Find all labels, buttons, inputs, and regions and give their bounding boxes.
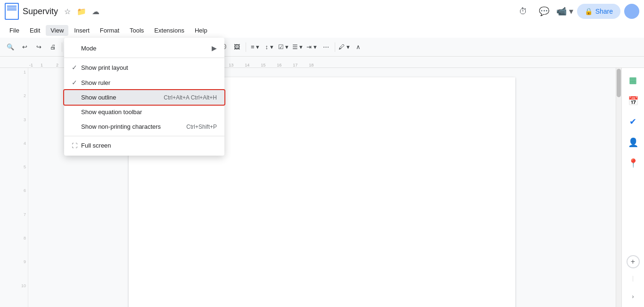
comment-button[interactable]: 💬 [536, 3, 553, 20]
gutter-num: 3 [24, 117, 28, 141]
menu-tools[interactable]: Tools [125, 25, 149, 36]
share-label: Share [595, 8, 613, 15]
ruler-mark: 2 [56, 63, 58, 67]
lock-icon: 🔒 [585, 8, 593, 15]
print-layout-check-icon: ✓ [72, 64, 81, 71]
menu-view[interactable]: View [46, 25, 68, 36]
undo-button[interactable]: ↩ [18, 41, 31, 54]
menu-item-show-print-layout[interactable]: ✓ Show print layout [64, 60, 224, 75]
sidebar-add-button[interactable]: + [627, 255, 640, 268]
ruler-mark: 17 [293, 63, 297, 67]
redo-button[interactable]: ↪ [32, 41, 45, 54]
toolbar-sep-1 [62, 42, 62, 52]
doc-icon [5, 3, 19, 20]
gutter-num: 1 [24, 70, 28, 93]
gutter-num: 6 [24, 188, 28, 212]
sidebar-sheets-icon[interactable]: ▦ [625, 72, 642, 89]
gutter-num: 10 [21, 283, 28, 307]
avatar[interactable] [624, 4, 639, 19]
sidebar-calendar-icon[interactable]: 📅 [625, 92, 642, 109]
list-button[interactable]: ☰ ▾ [291, 41, 304, 54]
gutter-num: 2 [24, 93, 28, 117]
gutter-num: 4 [24, 141, 28, 165]
right-sidebar: ▦ 📅 ✔ 👤 📍 + › [621, 68, 644, 307]
menu-item-show-ruler[interactable]: ✓ Show ruler [64, 75, 224, 90]
menu-edit[interactable]: Edit [25, 25, 45, 36]
print-layout-label: Show print layout [81, 64, 217, 71]
ruler-check-icon: ✓ [72, 79, 81, 86]
dropdown-separator-1 [64, 58, 224, 58]
top-bar: Supervity ☆ 📁 ☁ ⏱ 💬 📹 ▾ 🔒 Share [0, 0, 644, 23]
outline-label: Show outline [81, 94, 154, 101]
video-button[interactable]: 📹 ▾ [556, 3, 573, 20]
ruler-label: Show ruler [81, 79, 217, 86]
nonprint-label: Show non-printing characters [81, 123, 177, 130]
sidebar-maps-icon[interactable]: 📍 [625, 155, 642, 172]
ruler-mark: 15 [261, 63, 265, 67]
checklist-button[interactable]: ☑ ▾ [277, 41, 290, 54]
star-icon[interactable]: ☆ [62, 6, 73, 17]
ruler-mark: -1 [29, 63, 33, 67]
dropdown-separator-2 [64, 136, 224, 136]
menu-item-mode[interactable]: Mode ▶ [64, 41, 224, 56]
more-toolbar-button[interactable]: ⋯ [319, 41, 332, 54]
mode-label: Mode [81, 45, 212, 52]
ruler-mark: 14 [245, 63, 249, 67]
collapse-toolbar-button[interactable]: ∧ [352, 41, 365, 54]
ruler-mark: 16 [277, 63, 281, 67]
scrollbar[interactable] [616, 68, 621, 307]
toolbar-sep-5 [246, 42, 246, 52]
sidebar-tasks-icon[interactable]: ✔ [625, 113, 642, 130]
menu-extensions[interactable]: Extensions [149, 25, 189, 36]
app-title: Supervity [23, 7, 58, 17]
menu-bar: File Edit View Insert Format Tools Exten… [0, 23, 644, 38]
align-button[interactable]: ≡ ▾ [248, 41, 262, 54]
left-gutter: 1 2 3 4 5 6 7 8 9 10 [0, 68, 28, 307]
format-paintbrush-button[interactable]: 🖊 ▾ [338, 41, 351, 54]
folder-icon[interactable]: 📁 [76, 6, 87, 17]
view-dropdown-menu: Mode ▶ ✓ Show print layout ✓ Show ruler … [64, 38, 224, 156]
image-button[interactable]: 🖼 [230, 41, 243, 54]
fullscreen-label: Full screen [81, 142, 217, 149]
cloud-icon[interactable]: ☁ [90, 6, 101, 17]
menu-item-show-nonprinting[interactable]: Show non-printing characters Ctrl+Shift+… [64, 119, 224, 134]
nonprint-shortcut: Ctrl+Shift+P [177, 124, 217, 130]
top-actions: ⏱ 💬 📹 ▾ 🔒 Share [515, 3, 639, 20]
indent-button[interactable]: ⇥ ▾ [305, 41, 318, 54]
sidebar-collapse-icon[interactable]: › [625, 288, 642, 305]
menu-item-fullscreen[interactable]: ⛶ Full screen [64, 138, 224, 153]
ruler-mark: 13 [229, 63, 233, 67]
gutter-num: 7 [24, 212, 28, 236]
equation-label: Show equation toolbar [81, 108, 217, 116]
toolbar-sep-6 [335, 42, 335, 52]
title-icons: ☆ 📁 ☁ [62, 6, 101, 17]
ruler-mark: 1 [41, 63, 43, 67]
linespacing-button[interactable]: ↕ ▾ [263, 41, 276, 54]
menu-item-show-equation[interactable]: Show equation toolbar [64, 105, 224, 119]
outline-shortcut: Ctrl+Alt+A Ctrl+Alt+H [154, 94, 217, 101]
menu-insert[interactable]: Insert [69, 25, 94, 36]
search-button[interactable]: 🔍 [4, 41, 17, 54]
fullscreen-icon: ⛶ [72, 142, 81, 149]
mode-arrow-icon: ▶ [212, 44, 217, 52]
share-button[interactable]: 🔒 Share [577, 4, 620, 19]
gutter-num: 5 [24, 165, 28, 188]
menu-file[interactable]: File [5, 25, 24, 36]
menu-help[interactable]: Help [190, 25, 212, 36]
gutter-num: 8 [24, 236, 28, 259]
ruler-mark: 18 [309, 63, 314, 67]
history-button[interactable]: ⏱ [515, 3, 532, 20]
print-button[interactable]: 🖨 [46, 41, 59, 54]
menu-item-show-outline[interactable]: Show outline Ctrl+Alt+A Ctrl+Alt+H [64, 90, 224, 105]
gutter-num: 9 [24, 259, 28, 283]
menu-format[interactable]: Format [95, 25, 124, 36]
sidebar-contacts-icon[interactable]: 👤 [625, 134, 642, 151]
